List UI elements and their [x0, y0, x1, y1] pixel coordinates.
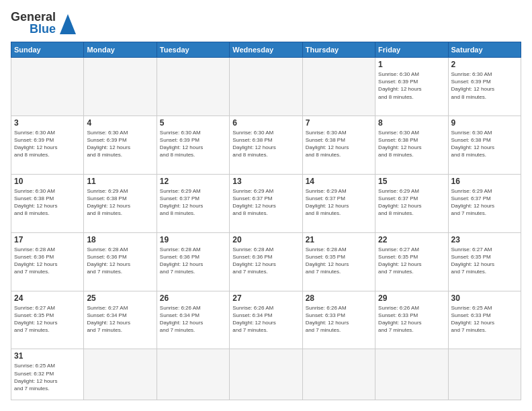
day-number: 4 — [87, 118, 153, 128]
day-info: Sunrise: 6:28 AM Sunset: 6:36 PM Dayligh… — [87, 246, 153, 276]
day-number: 24 — [14, 293, 81, 303]
calendar-cell: 22Sunrise: 6:27 AM Sunset: 6:35 PM Dayli… — [375, 232, 448, 291]
day-number: 31 — [14, 351, 81, 361]
day-number: 30 — [451, 293, 518, 303]
weekday-header-tuesday: Tuesday — [157, 42, 229, 58]
logo-blue-text: Blue — [30, 23, 56, 35]
day-info: Sunrise: 6:28 AM Sunset: 6:36 PM Dayligh… — [232, 246, 299, 276]
day-number: 5 — [160, 118, 226, 128]
calendar-cell: 16Sunrise: 6:29 AM Sunset: 6:37 PM Dayli… — [448, 174, 521, 232]
calendar-cell: 14Sunrise: 6:29 AM Sunset: 6:37 PM Dayli… — [302, 174, 375, 232]
day-number: 25 — [87, 293, 153, 303]
header: General Blue — [11, 11, 521, 35]
calendar-cell: 10Sunrise: 6:30 AM Sunset: 6:38 PM Dayli… — [11, 174, 84, 232]
calendar-cell: 6Sunrise: 6:30 AM Sunset: 6:38 PM Daylig… — [230, 116, 302, 174]
day-info: Sunrise: 6:26 AM Sunset: 6:33 PM Dayligh… — [378, 304, 445, 334]
calendar-cell: 3Sunrise: 6:30 AM Sunset: 6:39 PM Daylig… — [11, 116, 84, 174]
weekday-header-row: SundayMondayTuesdayWednesdayThursdayFrid… — [11, 42, 521, 58]
day-info: Sunrise: 6:28 AM Sunset: 6:36 PM Dayligh… — [160, 246, 226, 276]
calendar-cell — [84, 58, 157, 116]
day-info: Sunrise: 6:27 AM Sunset: 6:35 PM Dayligh… — [14, 304, 81, 334]
day-number: 2 — [451, 60, 518, 69]
calendar-cell: 7Sunrise: 6:30 AM Sunset: 6:38 PM Daylig… — [302, 116, 375, 174]
day-number: 29 — [378, 293, 445, 303]
day-number: 18 — [87, 235, 153, 244]
calendar-cell: 30Sunrise: 6:25 AM Sunset: 6:33 PM Dayli… — [448, 291, 521, 349]
calendar-cell: 13Sunrise: 6:29 AM Sunset: 6:37 PM Dayli… — [230, 174, 302, 232]
day-info: Sunrise: 6:27 AM Sunset: 6:35 PM Dayligh… — [378, 246, 445, 276]
weekday-header-thursday: Thursday — [302, 42, 375, 58]
day-info: Sunrise: 6:26 AM Sunset: 6:34 PM Dayligh… — [160, 304, 226, 334]
day-number: 1 — [378, 60, 445, 69]
day-number: 15 — [378, 177, 445, 186]
day-number: 6 — [232, 118, 299, 128]
day-number: 13 — [232, 177, 299, 186]
day-number: 9 — [451, 118, 518, 128]
day-number: 19 — [160, 235, 226, 244]
calendar-cell: 8Sunrise: 6:30 AM Sunset: 6:38 PM Daylig… — [375, 116, 448, 174]
day-info: Sunrise: 6:29 AM Sunset: 6:37 PM Dayligh… — [451, 187, 518, 218]
day-info: Sunrise: 6:25 AM Sunset: 6:33 PM Dayligh… — [451, 304, 518, 334]
day-number: 7 — [306, 118, 372, 128]
day-info: Sunrise: 6:29 AM Sunset: 6:37 PM Dayligh… — [378, 187, 445, 218]
day-info: Sunrise: 6:26 AM Sunset: 6:34 PM Dayligh… — [232, 304, 299, 334]
day-info: Sunrise: 6:27 AM Sunset: 6:34 PM Dayligh… — [87, 304, 153, 334]
calendar-cell: 11Sunrise: 6:29 AM Sunset: 6:38 PM Dayli… — [84, 174, 157, 232]
day-number: 17 — [14, 235, 81, 244]
day-number: 26 — [160, 293, 226, 303]
day-info: Sunrise: 6:30 AM Sunset: 6:39 PM Dayligh… — [14, 129, 81, 159]
day-info: Sunrise: 6:30 AM Sunset: 6:38 PM Dayligh… — [451, 129, 518, 159]
day-number: 11 — [87, 177, 153, 186]
calendar-cell: 25Sunrise: 6:27 AM Sunset: 6:34 PM Dayli… — [84, 291, 157, 349]
day-info: Sunrise: 6:29 AM Sunset: 6:37 PM Dayligh… — [232, 187, 299, 218]
calendar-cell: 21Sunrise: 6:28 AM Sunset: 6:35 PM Dayli… — [302, 232, 375, 291]
day-info: Sunrise: 6:28 AM Sunset: 6:35 PM Dayligh… — [306, 246, 372, 276]
calendar-cell — [302, 349, 375, 400]
day-number: 3 — [14, 118, 81, 128]
calendar-cell: 12Sunrise: 6:29 AM Sunset: 6:37 PM Dayli… — [157, 174, 229, 232]
day-info: Sunrise: 6:30 AM Sunset: 6:38 PM Dayligh… — [232, 129, 299, 159]
weekday-header-friday: Friday — [375, 42, 448, 58]
day-info: Sunrise: 6:26 AM Sunset: 6:33 PM Dayligh… — [306, 304, 372, 334]
day-info: Sunrise: 6:25 AM Sunset: 6:32 PM Dayligh… — [14, 362, 81, 392]
day-number: 16 — [451, 177, 518, 186]
day-number: 23 — [451, 235, 518, 244]
calendar-cell: 4Sunrise: 6:30 AM Sunset: 6:39 PM Daylig… — [84, 116, 157, 174]
day-info: Sunrise: 6:30 AM Sunset: 6:38 PM Dayligh… — [378, 129, 445, 159]
calendar-cell: 19Sunrise: 6:28 AM Sunset: 6:36 PM Dayli… — [157, 232, 229, 291]
day-info: Sunrise: 6:30 AM Sunset: 6:39 PM Dayligh… — [451, 71, 518, 101]
calendar-cell: 29Sunrise: 6:26 AM Sunset: 6:33 PM Dayli… — [375, 291, 448, 349]
calendar-cell — [230, 58, 302, 116]
day-info: Sunrise: 6:27 AM Sunset: 6:35 PM Dayligh… — [451, 246, 518, 276]
week-row-3: 17Sunrise: 6:28 AM Sunset: 6:36 PM Dayli… — [11, 232, 521, 291]
day-number: 27 — [232, 293, 299, 303]
calendar-cell: 28Sunrise: 6:26 AM Sunset: 6:33 PM Dayli… — [302, 291, 375, 349]
day-info: Sunrise: 6:29 AM Sunset: 6:37 PM Dayligh… — [306, 187, 372, 218]
page: General Blue SundayMondayTuesdayWednesda… — [0, 0, 532, 411]
calendar-cell: 15Sunrise: 6:29 AM Sunset: 6:37 PM Dayli… — [375, 174, 448, 232]
calendar-cell — [448, 349, 521, 400]
calendar-cell: 24Sunrise: 6:27 AM Sunset: 6:35 PM Dayli… — [11, 291, 84, 349]
weekday-header-wednesday: Wednesday — [230, 42, 302, 58]
day-number: 12 — [160, 177, 226, 186]
logo-general-text: General — [11, 11, 56, 23]
calendar-cell — [11, 58, 84, 116]
week-row-1: 3Sunrise: 6:30 AM Sunset: 6:39 PM Daylig… — [11, 116, 521, 174]
logo: General Blue — [11, 11, 76, 35]
calendar-cell: 27Sunrise: 6:26 AM Sunset: 6:34 PM Dayli… — [230, 291, 302, 349]
calendar-cell: 5Sunrise: 6:30 AM Sunset: 6:39 PM Daylig… — [157, 116, 229, 174]
day-number: 22 — [378, 235, 445, 244]
day-info: Sunrise: 6:28 AM Sunset: 6:36 PM Dayligh… — [14, 246, 81, 276]
logo-triangle-icon — [60, 14, 76, 34]
calendar-cell: 18Sunrise: 6:28 AM Sunset: 6:36 PM Dayli… — [84, 232, 157, 291]
weekday-header-monday: Monday — [84, 42, 157, 58]
calendar: SundayMondayTuesdayWednesdayThursdayFrid… — [11, 42, 521, 400]
calendar-cell — [157, 349, 229, 400]
calendar-cell — [302, 58, 375, 116]
week-row-4: 24Sunrise: 6:27 AM Sunset: 6:35 PM Dayli… — [11, 291, 521, 349]
calendar-cell: 9Sunrise: 6:30 AM Sunset: 6:38 PM Daylig… — [448, 116, 521, 174]
day-info: Sunrise: 6:30 AM Sunset: 6:39 PM Dayligh… — [378, 71, 445, 101]
day-number: 10 — [14, 177, 81, 186]
calendar-cell: 26Sunrise: 6:26 AM Sunset: 6:34 PM Dayli… — [157, 291, 229, 349]
day-info: Sunrise: 6:30 AM Sunset: 6:39 PM Dayligh… — [160, 129, 226, 159]
